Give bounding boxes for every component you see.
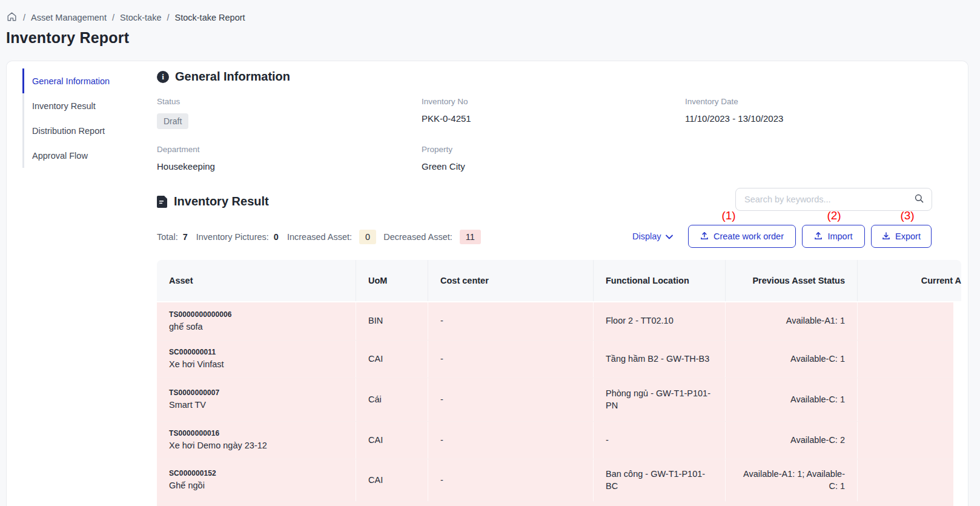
- import-button[interactable]: Import: [802, 225, 865, 248]
- table-row[interactable]: TS0000000000006 ghế sofa BIN - Floor 2 -…: [157, 302, 953, 340]
- field-inventory-date: Inventory Date 11/10/2023 - 13/10/2023: [685, 97, 956, 129]
- general-information-title: General Information: [175, 70, 290, 84]
- table-header: Asset UoM Cost center Functional Locatio…: [157, 260, 961, 301]
- upload-icon: [700, 231, 709, 242]
- increased-label: Increased Asset:: [287, 232, 352, 242]
- increased-badge: 0: [359, 230, 376, 244]
- asset-name: Ghế ngồi: [169, 480, 343, 492]
- table-row-partial: [157, 501, 953, 506]
- export-label: Export: [895, 231, 921, 241]
- search-box: [735, 188, 932, 211]
- decreased-label: Decreased Asset:: [383, 232, 452, 242]
- asset-code: TS0000000007: [169, 388, 343, 398]
- asset-name: Xe hơi Demo ngày 23-12: [169, 440, 343, 452]
- functional-location-cell: -: [593, 422, 725, 459]
- total-value: 7: [183, 232, 188, 242]
- annotation-1: (1): [721, 209, 735, 222]
- current-status-cell: [857, 422, 953, 459]
- asset-name: Smart TV: [169, 399, 343, 411]
- asset-cell: SC000000152 Ghế ngồi: [157, 459, 356, 501]
- field-value: Green City: [422, 161, 685, 171]
- tab-distribution-report[interactable]: Distribution Report: [22, 118, 150, 143]
- asset-name: ghế sofa: [169, 321, 343, 333]
- uom-cell: CAI: [356, 459, 428, 501]
- tab-inventory-result[interactable]: Inventory Result: [22, 93, 150, 118]
- asset-cell: TS0000000016 Xe hơi Demo ngày 23-12: [157, 422, 356, 459]
- asset-cell: TS0000000007 Smart TV: [157, 378, 356, 421]
- field-label: Department: [157, 145, 422, 154]
- current-status-cell: [857, 378, 953, 421]
- create-work-order-button[interactable]: Create work order: [688, 225, 796, 248]
- column-header-previous-asset-status: Previous Asset Status: [725, 260, 857, 301]
- annotation-3: (3): [900, 209, 914, 222]
- export-button[interactable]: Export: [871, 225, 932, 248]
- field-status: Status Draft: [157, 97, 422, 129]
- tab-approval-flow[interactable]: Approval Flow: [22, 143, 150, 168]
- field-label: Property: [422, 145, 685, 154]
- functional-location-cell: Ban công - GW-T1-P101-BC: [593, 459, 725, 501]
- cost-center-cell: -: [428, 302, 593, 340]
- functional-location-cell: Phòng ngủ - GW-T1-P101-PN: [593, 378, 725, 421]
- column-header-functional-location: Functional Location: [593, 260, 725, 301]
- breadcrumb-stock-take[interactable]: Stock-take: [120, 13, 162, 22]
- previous-status-cell: Available-C: 1: [725, 378, 857, 421]
- uom-cell: Cái: [356, 378, 428, 421]
- inventory-result-table: Asset UoM Cost center Functional Locatio…: [157, 260, 961, 506]
- cost-center-cell: -: [428, 459, 593, 501]
- previous-status-cell: Available-A1: 1; Available-C: 1: [725, 459, 857, 501]
- inventory-result-title: Inventory Result: [174, 195, 269, 208]
- status-badge: Draft: [157, 113, 188, 129]
- asset-code: SC000000011: [169, 347, 343, 357]
- asset-cell: TS0000000000006 ghế sofa: [157, 302, 356, 340]
- breadcrumb-asset-management[interactable]: Asset Management: [31, 13, 107, 22]
- page-title: Inventory Report: [6, 29, 129, 47]
- cost-center-cell: -: [428, 422, 593, 459]
- asset-name: Xe hơi Vinfast: [169, 359, 343, 371]
- create-work-order-label: Create work order: [713, 231, 784, 241]
- annotation-2: (2): [827, 209, 841, 222]
- field-department: Department Housekeeping: [157, 145, 422, 171]
- search-icon[interactable]: [914, 193, 924, 206]
- inventory-stats: Total: 7 Inventory Pictures: 0 Increased…: [157, 229, 483, 245]
- table-row[interactable]: TS0000000007 Smart TV Cái - Phòng ngủ - …: [157, 378, 953, 421]
- breadcrumb-separator: /: [112, 13, 114, 22]
- breadcrumb: / Asset Management / Stock-take / Stock-…: [6, 12, 245, 22]
- general-information-section: i General Information Status Draft Inven…: [157, 70, 956, 171]
- asset-code: TS0000000016: [169, 428, 343, 438]
- field-inventory-no: Inventory No PKK-0-4251: [422, 97, 685, 129]
- breadcrumb-separator: /: [23, 13, 25, 22]
- display-dropdown[interactable]: Display: [632, 225, 673, 248]
- cost-center-cell: -: [428, 341, 593, 378]
- pictures-label: Inventory Pictures:: [196, 232, 269, 242]
- home-icon[interactable]: [6, 12, 18, 22]
- uom-cell: CAI: [356, 341, 428, 378]
- cost-center-cell: -: [428, 378, 593, 421]
- chevron-down-icon: [666, 231, 673, 241]
- table-row[interactable]: SC000000152 Ghế ngồi CAI - Ban công - GW…: [157, 459, 953, 501]
- field-value: 11/10/2023 - 13/10/2023: [685, 113, 956, 124]
- field-label: Status: [157, 97, 422, 106]
- functional-location-cell: Tầng hầm B2 - GW-TH-B3: [593, 341, 725, 378]
- table-row[interactable]: TS0000000016 Xe hơi Demo ngày 23-12 CAI …: [157, 421, 953, 459]
- total-label: Total:: [157, 232, 178, 242]
- asset-code: TS0000000000006: [169, 310, 343, 319]
- display-label: Display: [632, 231, 661, 241]
- breadcrumb-stock-take-report[interactable]: Stock-take Report: [175, 13, 245, 22]
- current-status-cell: [857, 341, 953, 378]
- column-header-asset: Asset: [157, 260, 356, 301]
- asset-cell: SC000000011 Xe hơi Vinfast: [157, 341, 356, 378]
- asset-code: SC000000152: [169, 468, 343, 478]
- search-input[interactable]: [744, 195, 914, 204]
- table-row[interactable]: SC000000011 Xe hơi Vinfast CAI - Tầng hầ…: [157, 340, 953, 378]
- uom-cell: CAI: [356, 422, 428, 459]
- previous-status-cell: Available-C: 1: [725, 341, 857, 378]
- column-header-uom: UoM: [356, 260, 428, 301]
- upload-icon: [814, 231, 823, 242]
- previous-status-cell: Available-A1: 1: [725, 302, 857, 340]
- table-body: TS0000000000006 ghế sofa BIN - Floor 2 -…: [157, 301, 953, 506]
- field-value: PKK-0-4251: [422, 113, 685, 124]
- content-card: General Information Inventory Result Dis…: [6, 61, 968, 506]
- tab-general-information[interactable]: General Information: [22, 68, 150, 93]
- document-icon: [157, 196, 168, 208]
- download-icon: [882, 231, 890, 242]
